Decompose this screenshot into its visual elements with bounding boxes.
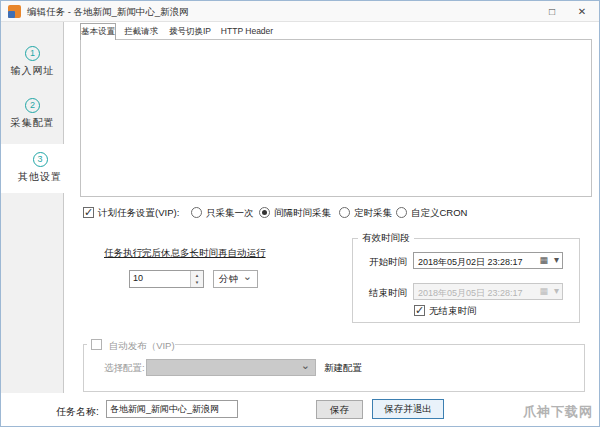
checkbox-no-end-time[interactable] xyxy=(414,305,425,316)
task-name-input[interactable] xyxy=(106,400,238,418)
step-1-label: 输入网址 xyxy=(1,64,64,87)
rest-duration-label: 任务执行完后休息多长时间再自动运行 xyxy=(104,247,266,260)
auto-publish-label: 自动发布（VIP) xyxy=(109,340,175,351)
sidebar-step-input-url[interactable]: 1 输入网址 xyxy=(1,38,64,87)
tab-basic-settings[interactable]: 基本设置 xyxy=(80,23,116,40)
step-3-number-icon: 3 xyxy=(33,152,48,167)
end-time-label: 结束时间 xyxy=(369,287,407,300)
checkbox-schedule-vip[interactable] xyxy=(83,207,94,218)
radio-timed-collect-label: 定时采集 xyxy=(354,207,392,220)
no-end-time-label: 无结束时间 xyxy=(429,305,477,318)
sidebar-step-collect-config[interactable]: 2 采集配置 xyxy=(1,90,64,139)
window-title: 编辑任务 - 各地新闻_新闻中心_新浪网 xyxy=(27,6,189,19)
schedule-vip-label: 计划任务设置(VIP): xyxy=(98,207,179,220)
tab-http-header[interactable]: HTTP Header xyxy=(219,24,275,40)
step-1-number-icon: 1 xyxy=(25,46,40,61)
step-3-label: 其他设置 xyxy=(1,170,79,193)
maximize-button[interactable]: □ xyxy=(539,3,565,20)
step-2-number-icon: 2 xyxy=(25,98,40,113)
rest-duration-stepper[interactable]: 10 xyxy=(129,270,204,288)
start-time-value: 2018年05月02日 23:28:17 xyxy=(418,256,523,269)
checkbox-auto-publish xyxy=(91,339,102,350)
app-icon xyxy=(8,5,21,18)
radio-custom-cron-label: 自定义CRON xyxy=(411,207,467,220)
tab-dial-switch-ip[interactable]: 拨号切换IP xyxy=(164,24,216,40)
title-bar: 编辑任务 - 各地新闻_新闻中心_新浪网 □ ✕ xyxy=(1,1,599,22)
edit-task-dialog: 编辑任务 - 各地新闻_新闻中心_新浪网 □ ✕ 1 输入网址 2 采集配置 3… xyxy=(0,0,600,427)
spin-down-icon[interactable] xyxy=(191,279,203,287)
save-and-exit-button[interactable]: 保存并退出 xyxy=(372,399,444,419)
start-time-picker[interactable]: 2018年05月02日 23:28:17 xyxy=(413,252,563,269)
end-time-value: 2018年05月05日 23:28:17 xyxy=(418,287,523,300)
radio-interval-collect-label: 间隔时间采集 xyxy=(274,207,331,220)
select-config-dropdown xyxy=(146,359,316,376)
radio-collect-once-label: 只采集一次 xyxy=(206,207,254,220)
task-name-label: 任务名称: xyxy=(56,405,99,419)
auto-publish-legend: 自动发布（VIP) xyxy=(87,338,175,353)
radio-interval-collect[interactable] xyxy=(259,207,270,218)
sidebar-step-other-settings[interactable]: 3 其他设置 xyxy=(1,144,79,193)
save-button[interactable]: 保存 xyxy=(316,400,363,419)
radio-timed-collect[interactable] xyxy=(339,207,350,218)
valid-period-title: 有效时间段 xyxy=(358,232,414,245)
basic-settings-panel xyxy=(80,39,592,197)
site-watermark: 爪神下载网 xyxy=(523,403,593,421)
steps-sidebar: 1 输入网址 2 采集配置 3 其他设置 xyxy=(1,22,64,393)
step-2-label: 采集配置 xyxy=(1,116,64,139)
spin-up-icon[interactable] xyxy=(191,271,203,279)
close-button[interactable]: ✕ xyxy=(569,3,595,20)
radio-collect-once[interactable] xyxy=(191,207,202,218)
rest-duration-value: 10 xyxy=(133,273,143,283)
rest-unit-value: 分钟 xyxy=(219,273,238,286)
radio-custom-cron[interactable] xyxy=(396,207,407,218)
rest-unit-select[interactable]: 分钟 xyxy=(213,270,258,288)
select-config-label: 选择配置: xyxy=(104,362,145,375)
start-time-label: 开始时间 xyxy=(369,256,407,269)
new-config-link[interactable]: 新建配置 xyxy=(324,362,362,375)
tab-intercept-request[interactable]: 拦截请求 xyxy=(121,24,161,40)
end-time-picker: 2018年05月05日 23:28:17 xyxy=(413,283,563,300)
